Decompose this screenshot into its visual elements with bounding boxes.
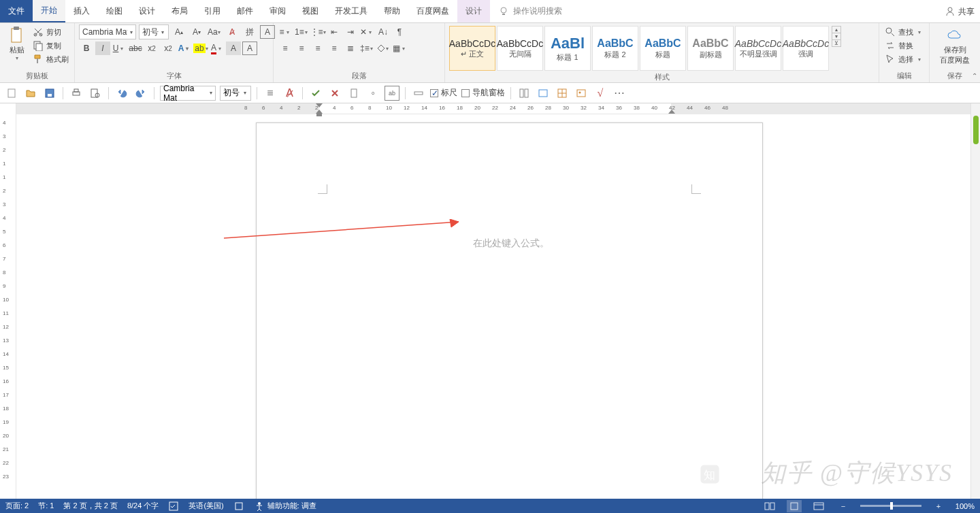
tab-baidu[interactable]: 百度网盘 <box>408 0 457 22</box>
grow-font-button[interactable]: A▴ <box>172 25 186 39</box>
asian-layout-button[interactable]: ✕▾ <box>359 25 374 39</box>
zoom-value[interactable]: 100% <box>956 502 975 510</box>
align-left-button[interactable]: ≡ <box>278 42 293 55</box>
qat-undo[interactable] <box>114 86 129 101</box>
paste-button[interactable]: 粘贴 ▾ <box>4 26 30 63</box>
qat-font-combo[interactable]: Cambria Mat▾ <box>160 86 216 101</box>
subscript-button[interactable]: x2 <box>144 42 159 55</box>
zoom-in[interactable]: + <box>931 500 946 512</box>
copy-button[interactable]: 复制 <box>33 39 69 52</box>
indent-button[interactable]: ⇥ <box>343 25 358 39</box>
tab-home[interactable]: 开始 <box>33 0 65 22</box>
char-shading-button[interactable]: A <box>226 42 241 55</box>
qat-size-combo[interactable]: 初号▾ <box>220 86 251 101</box>
cut-button[interactable]: 剪切 <box>33 26 69 38</box>
bullets-button[interactable]: ≡▾ <box>278 25 293 39</box>
font-color-button[interactable]: A▾ <box>210 42 225 55</box>
document-area[interactable]: 8642246810121416182022242628303234363840… <box>16 103 980 499</box>
style-item-3[interactable]: AaBbC标题 2 <box>592 26 638 71</box>
find-button[interactable]: 查找▾ <box>883 26 924 38</box>
style-item-2[interactable]: AaBl标题 1 <box>544 26 591 71</box>
macro-icon[interactable] <box>233 501 244 512</box>
show-marks-button[interactable]: ¶ <box>392 25 407 39</box>
qat-window[interactable] <box>536 86 551 101</box>
qat-more[interactable]: ⋯ <box>612 86 627 101</box>
left-indent[interactable] <box>316 114 322 116</box>
bold-button[interactable]: B <box>79 42 94 55</box>
style-item-7[interactable]: AaBbCcDc强调 <box>783 26 829 71</box>
status-page[interactable]: 页面: 2 <box>5 501 29 511</box>
qat-redo[interactable] <box>133 86 148 101</box>
tab-developer[interactable]: 开发工具 <box>327 0 376 22</box>
highlight-button[interactable]: ab▾ <box>193 42 208 55</box>
qat-new[interactable] <box>4 86 19 101</box>
tab-design[interactable]: 设计 <box>131 0 163 22</box>
multilevel-button[interactable]: ⋮≡▾ <box>310 25 325 39</box>
italic-button[interactable]: I <box>95 42 110 55</box>
qat-textbox[interactable]: ab <box>385 86 399 101</box>
replace-button[interactable]: 替换 <box>883 39 924 52</box>
qat-split[interactable] <box>517 86 532 101</box>
clear-format-button[interactable]: A̷ <box>225 25 240 39</box>
qat-open[interactable] <box>23 86 38 101</box>
status-section[interactable]: 节: 1 <box>38 501 54 511</box>
qat-equation[interactable]: √ <box>593 86 608 101</box>
tab-view[interactable]: 视图 <box>294 0 327 22</box>
align-center-button[interactable]: ≡ <box>294 42 309 55</box>
text-effects-button[interactable]: A▾ <box>177 42 192 55</box>
borders-button[interactable]: ▦▾ <box>392 42 407 55</box>
tab-equation-design[interactable]: 设计 <box>457 0 490 22</box>
qat-insert-pic[interactable] <box>574 86 589 101</box>
shrink-font-button[interactable]: A▾ <box>189 25 204 39</box>
tab-help[interactable]: 帮助 <box>376 0 408 22</box>
superscript-button[interactable]: x2 <box>161 42 176 55</box>
vertical-ruler[interactable]: 4321123456789101112131415161718192021222… <box>0 103 16 499</box>
tab-draw[interactable]: 绘图 <box>98 0 131 22</box>
qat-accept[interactable] <box>308 86 323 101</box>
style-item-0[interactable]: AaBbCcDc↵ 正文 <box>449 26 495 71</box>
zoom-slider[interactable] <box>860 505 921 507</box>
qat-align[interactable]: ≡ <box>263 86 278 101</box>
status-lang[interactable]: 英语(美国) <box>189 501 223 511</box>
horizontal-ruler[interactable]: 8642246810121416182022242628303234363840… <box>16 103 980 114</box>
view-print[interactable] <box>787 500 802 512</box>
change-case-button[interactable]: Aa▾ <box>207 25 222 39</box>
qat-preview[interactable] <box>88 86 103 101</box>
numbering-button[interactable]: 1≡▾ <box>294 25 309 39</box>
line-spacing-button[interactable]: ‡≡▾ <box>359 42 374 55</box>
style-item-5[interactable]: AaBbC副标题 <box>687 26 734 71</box>
font-size-combo[interactable]: 初号▾ <box>139 24 169 39</box>
qat-browse-prev[interactable]: ◦ <box>365 86 380 101</box>
qat-reject[interactable] <box>327 86 342 101</box>
collapse-ribbon-button[interactable]: ⌃ <box>972 72 977 80</box>
qat-ruler-check[interactable]: ✓标尺 <box>430 87 457 99</box>
enclose-char-button[interactable]: A <box>260 25 275 39</box>
status-words[interactable]: 8/24 个字 <box>127 501 159 511</box>
qat-page-setup[interactable] <box>411 86 426 101</box>
styles-expand[interactable]: ⊻ <box>832 40 840 46</box>
equation-placeholder[interactable]: 在此处键入公式。 <box>473 237 549 250</box>
qat-print[interactable] <box>69 86 84 101</box>
tab-review[interactable]: 审阅 <box>261 0 294 22</box>
document-page[interactable]: 在此处键入公式。 <box>256 122 763 499</box>
justify-button[interactable]: ≡ <box>327 42 342 55</box>
char-border-button[interactable]: A <box>242 42 257 55</box>
status-page-of[interactable]: 第 2 页，共 2 页 <box>63 501 117 511</box>
select-button[interactable]: 选择▾ <box>883 53 924 65</box>
tab-references[interactable]: 引用 <box>196 0 229 22</box>
style-item-1[interactable]: AaBbCcDc无间隔 <box>497 26 543 71</box>
qat-clearfmt[interactable]: A̷ <box>282 86 297 101</box>
zoom-out[interactable]: − <box>836 500 851 512</box>
tab-mailings[interactable]: 邮件 <box>229 0 261 22</box>
tab-insert[interactable]: 插入 <box>65 0 98 22</box>
distribute-button[interactable]: ≣ <box>343 42 358 55</box>
vertical-scrollbar[interactable] <box>970 103 980 499</box>
strike-button[interactable]: abc <box>128 42 143 55</box>
font-name-combo[interactable]: Cambria Math▾ <box>79 24 136 39</box>
qat-insert-table[interactable] <box>555 86 570 101</box>
tab-file[interactable]: 文件 <box>0 0 33 22</box>
styles-scroll-up[interactable]: ▴ <box>832 27 840 33</box>
align-right-button[interactable]: ≡ <box>310 42 325 55</box>
qat-doc[interactable] <box>346 86 361 101</box>
status-a11y[interactable]: 辅助功能: 调查 <box>254 501 316 512</box>
